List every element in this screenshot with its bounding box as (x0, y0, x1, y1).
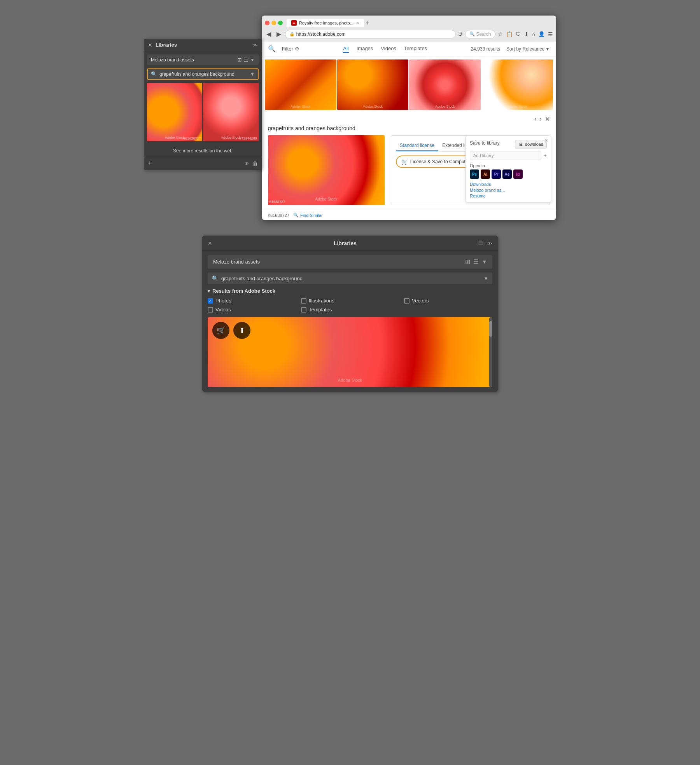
bottom-panel-header: ✕ Libraries ☰ ≫ (202, 236, 498, 251)
bottom-library-selector[interactable]: Melozo brand assets ⊞ ☰ ▼ (208, 255, 492, 269)
address-box[interactable]: 🔒 https://stock.adobe.com (285, 30, 456, 38)
top-section: ✕ Libraries ≫ Melozo brand assets ⊞ ☰ ▼ … (144, 16, 556, 220)
bottom-search-icon: 🔍 (212, 275, 218, 281)
image-number-2: #72944209 (240, 136, 257, 140)
library-selector-left: Melozo brand assets (151, 57, 194, 63)
panel-image-1[interactable]: Adobe Stock #81638727 (147, 83, 202, 141)
stock-search-icon[interactable]: 🔍 (268, 45, 276, 52)
results-chevron-icon[interactable]: ▾ (208, 288, 210, 294)
resume-link[interactable]: Resume (470, 194, 547, 198)
license-button-text: License & Save to Computer (410, 159, 470, 164)
shield-icon[interactable]: 🛡 (516, 31, 521, 37)
stock-image-thumb-4[interactable]: Adobe Stock (481, 59, 553, 110)
tab-images[interactable]: Images (357, 45, 373, 53)
illustrator-icon[interactable]: Ai (481, 169, 490, 179)
videos-checkbox[interactable] (208, 307, 213, 313)
new-tab-button[interactable]: + (366, 19, 369, 26)
tab-templates[interactable]: Templates (404, 45, 427, 53)
refresh-button[interactable]: ↺ (458, 31, 463, 37)
bottom-search-chevron-icon: ▼ (483, 276, 488, 281)
stock-image-thumb-1[interactable]: Adobe Stock (265, 59, 336, 110)
premiere-icon[interactable]: Pr (492, 169, 501, 179)
indesign-icon[interactable]: Id (513, 169, 523, 179)
stock-image-thumb-2[interactable]: Adobe Stock (337, 59, 409, 110)
bottom-close-button[interactable]: ✕ (208, 240, 212, 246)
home-icon[interactable]: ⌂ (532, 31, 535, 37)
photos-label: Photos (215, 298, 231, 304)
after-effects-icon[interactable]: Ae (502, 169, 512, 179)
minimize-traffic-light[interactable] (271, 21, 276, 25)
tab-videos[interactable]: Videos (381, 45, 396, 53)
bottom-search-bar[interactable]: 🔍 grapefruits and oranges background ▼ (208, 272, 492, 284)
detail-title: grapefruits and oranges background (268, 125, 550, 131)
list-view-icon[interactable]: ☰ (243, 57, 248, 63)
search-bar[interactable]: 🔍 grapefruits and oranges background ▼ (147, 68, 259, 80)
address-bar: ◀ ▶ 🔒 https://stock.adobe.com ↺ 🔍 Search… (265, 30, 553, 38)
browser-tab[interactable]: A Royalty free images, photo... ✕ (287, 19, 364, 27)
browser-search-box[interactable]: 🔍 Search (465, 30, 495, 38)
detail-image-wrapper: Adobe Stock 81638727 (268, 135, 385, 205)
save-to-library-overlay-button[interactable]: ⬆ (233, 322, 250, 339)
sort-button[interactable]: Sort by Relevance ▼ (506, 46, 550, 52)
close-icon[interactable]: ✕ (148, 42, 153, 48)
stock-image-thumb-3[interactable]: Adobe Stock (409, 59, 481, 110)
library-input[interactable]: Add library (470, 152, 541, 159)
filter-icon: ⚙ (295, 46, 299, 52)
photos-checkbox[interactable] (208, 298, 213, 304)
detail-next-button[interactable]: › (540, 115, 542, 123)
see-more-web-link[interactable]: See more results on the web (144, 144, 262, 157)
download-button[interactable]: 🖥 download (515, 140, 547, 148)
panel-images: Adobe Stock #81638727 Adobe Stock #72944… (144, 83, 262, 144)
illustrations-checkbox[interactable] (301, 298, 306, 304)
templates-checkbox[interactable] (301, 307, 306, 313)
filter-button[interactable]: Filter ⚙ (282, 46, 299, 52)
tab-close-button[interactable]: ✕ (356, 21, 359, 26)
downloads-link[interactable]: Downloads (470, 182, 547, 187)
grid-view-icon[interactable]: ⊞ (237, 57, 242, 63)
license-panel: Standard license Extended license (US$79… (391, 135, 550, 205)
menu-icon[interactable]: ☰ (548, 31, 553, 37)
download-icon[interactable]: ⬇ (524, 31, 529, 37)
search-query-text: grapefruits and oranges background (159, 72, 248, 77)
add-library-plus-button[interactable]: + (544, 152, 547, 159)
license-tab-standard[interactable]: Standard license (396, 140, 438, 151)
bottom-list-view-icon[interactable]: ☰ (473, 258, 479, 265)
bottom-collapse-button[interactable]: ≫ (487, 241, 492, 246)
back-button[interactable]: ◀ (265, 30, 273, 38)
bottom-hamburger-icon[interactable]: ☰ (478, 239, 483, 247)
tab-all[interactable]: All (343, 45, 348, 53)
vectors-checkbox[interactable] (404, 298, 410, 304)
bookmark-icon[interactable]: ☆ (498, 31, 503, 37)
filter-illustrations: Illustrations (301, 298, 398, 304)
forward-button[interactable]: ▶ (275, 30, 283, 38)
browser-chrome: A Royalty free images, photo... ✕ + ◀ ▶ … (262, 16, 556, 42)
detail-close-button[interactable]: ✕ (545, 115, 550, 123)
eye-icon[interactable]: 👁 (244, 161, 249, 167)
detail-prev-button[interactable]: ‹ (534, 115, 536, 123)
overlay-buttons: 🛒 ⬆ (212, 322, 250, 339)
collapse-icon[interactable]: ≫ (253, 42, 258, 48)
results-title: Results from Adobe Stock (212, 288, 275, 294)
person-icon[interactable]: 👤 (538, 31, 545, 37)
download-label: download (525, 142, 543, 147)
find-similar-button[interactable]: 🔍 Find Similar (293, 213, 323, 218)
maximize-traffic-light[interactable] (278, 21, 283, 25)
reading-list-icon[interactable]: 📋 (506, 31, 513, 37)
popup-close-button[interactable]: ✕ (544, 138, 548, 143)
add-to-cart-overlay-button[interactable]: 🛒 (212, 322, 229, 339)
filter-videos: Videos (208, 307, 295, 313)
bottom-grid-view-icon[interactable]: ⊞ (465, 258, 470, 265)
photoshop-icon[interactable]: Ps (470, 169, 479, 179)
find-similar-label: Find Similar (300, 213, 323, 218)
bottom-image-preview[interactable]: 🛒 ⬆ Adobe Stock (208, 317, 492, 387)
melozo-brand-link[interactable]: Melozo brand as... (470, 188, 547, 192)
library-selector[interactable]: Melozo brand assets ⊞ ☰ ▼ (147, 54, 259, 65)
panel-image-2[interactable]: Adobe Stock #72944209 (203, 83, 258, 141)
scrollbar-thumb[interactable] (489, 321, 492, 337)
trash-icon[interactable]: 🗑 (252, 161, 258, 167)
detail-img-number: 81638727 (270, 200, 285, 204)
close-traffic-light[interactable] (265, 21, 270, 25)
add-button[interactable]: + (148, 159, 152, 168)
selector-icons: ⊞ ☰ ▼ (237, 57, 255, 63)
detail-image[interactable] (268, 135, 385, 205)
